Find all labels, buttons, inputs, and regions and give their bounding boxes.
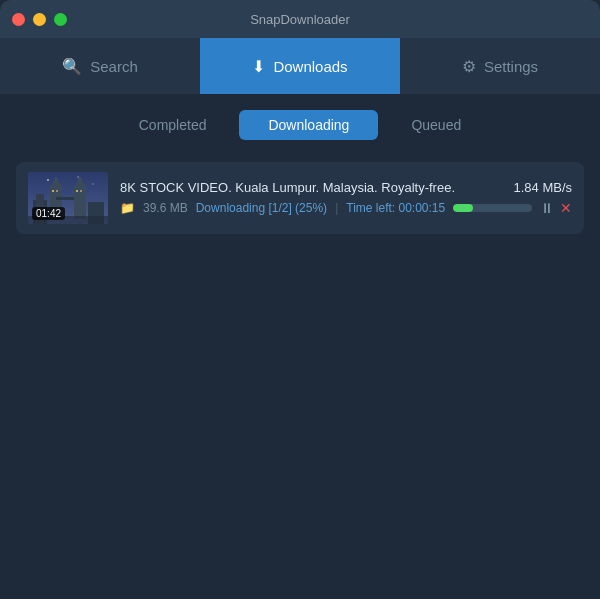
svg-rect-14 <box>80 177 81 180</box>
nav-tab-settings[interactable]: ⚙ Settings <box>400 38 600 94</box>
maximize-button[interactable] <box>54 13 67 26</box>
video-title: 8K STOCK VIDEO. Kuala Lumpur. Malaysia. … <box>120 180 455 195</box>
nav-bar: 🔍 Search ⬇ Downloads ⚙ Settings <box>0 38 600 94</box>
subtab-completed[interactable]: Completed <box>110 110 236 140</box>
svg-rect-15 <box>52 190 54 192</box>
download-item: 01:42 8K STOCK VIDEO. Kuala Lumpur. Mala… <box>16 162 584 234</box>
file-size: 39.6 MB <box>143 201 188 215</box>
close-button[interactable] <box>12 13 25 26</box>
svg-rect-8 <box>56 177 57 180</box>
svg-rect-17 <box>76 190 78 192</box>
svg-point-2 <box>77 176 79 178</box>
title-bar: SnapDownloader <box>0 0 600 38</box>
action-buttons: ⏸ ✕ <box>540 200 572 216</box>
app-title: SnapDownloader <box>250 12 350 27</box>
svg-rect-16 <box>56 190 58 192</box>
download-speed: 1.84 MB/s <box>513 180 572 195</box>
nav-label-settings: Settings <box>484 58 538 75</box>
download-icon: ⬇ <box>252 57 265 76</box>
video-duration: 01:42 <box>32 207 65 220</box>
download-info: 8K STOCK VIDEO. Kuala Lumpur. Malaysia. … <box>120 180 572 216</box>
folder-icon: 📁 <box>120 201 135 215</box>
settings-icon: ⚙ <box>462 57 476 76</box>
search-icon: 🔍 <box>62 57 82 76</box>
window-controls <box>12 13 67 26</box>
minimize-button[interactable] <box>33 13 46 26</box>
nav-label-search: Search <box>90 58 138 75</box>
thumbnail: 01:42 <box>28 172 108 224</box>
nav-label-downloads: Downloads <box>273 58 347 75</box>
status-text: Downloading [1/2] (25%) <box>196 201 327 215</box>
sub-tabs: Completed Downloading Queued <box>0 94 600 152</box>
pause-button[interactable]: ⏸ <box>540 200 554 216</box>
svg-point-1 <box>47 179 49 181</box>
subtab-downloading[interactable]: Downloading <box>239 110 378 140</box>
cancel-button[interactable]: ✕ <box>560 200 572 216</box>
time-left: Time left: 00:00:15 <box>346 201 445 215</box>
subtab-queued[interactable]: Queued <box>382 110 490 140</box>
progress-fill <box>453 204 473 212</box>
title-row: 8K STOCK VIDEO. Kuala Lumpur. Malaysia. … <box>120 180 572 195</box>
svg-point-3 <box>92 183 94 185</box>
svg-rect-18 <box>80 190 82 192</box>
status-row: 📁 39.6 MB Downloading [1/2] (25%) | Time… <box>120 200 572 216</box>
content-area: 01:42 8K STOCK VIDEO. Kuala Lumpur. Mala… <box>0 152 600 244</box>
progress-bar <box>453 204 532 212</box>
nav-tab-downloads[interactable]: ⬇ Downloads <box>200 38 400 94</box>
nav-tab-search[interactable]: 🔍 Search <box>0 38 200 94</box>
